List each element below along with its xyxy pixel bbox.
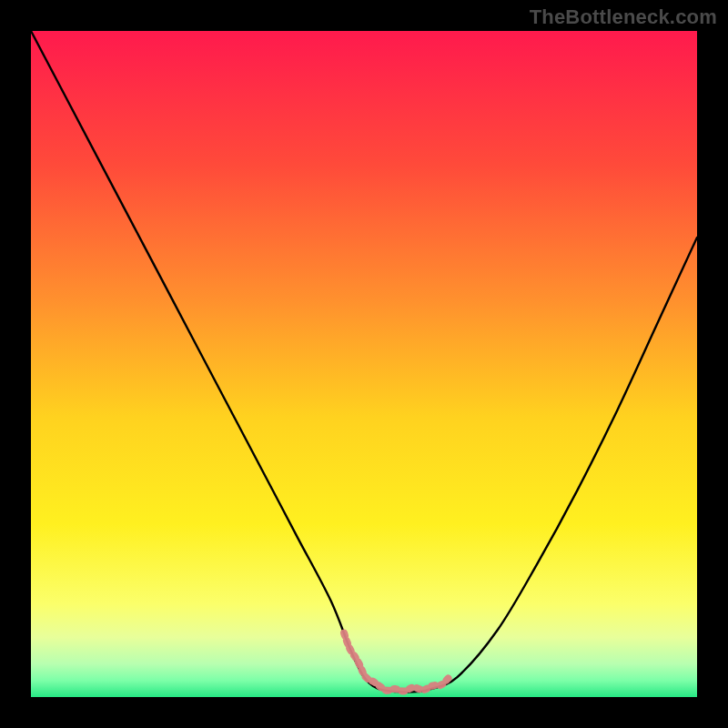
chart-frame: TheBottleneck.com (0, 0, 728, 728)
gradient-background (31, 31, 697, 697)
plot-area (31, 31, 697, 697)
chart-svg (31, 31, 697, 697)
watermark-text: TheBottleneck.com (530, 5, 717, 29)
